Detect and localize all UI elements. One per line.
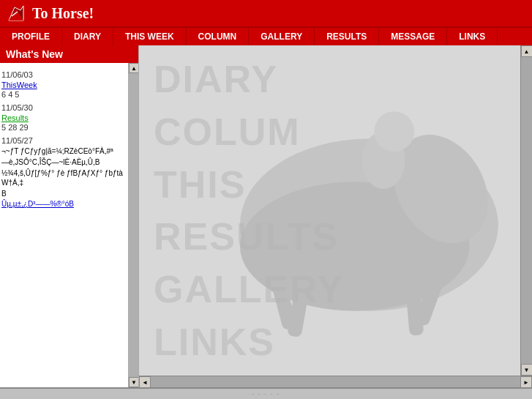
- main-content: DIARY COLUM THIS RESULTS GALLERY LINKS: [139, 45, 520, 376]
- news-link-2[interactable]: Results: [1, 113, 127, 122]
- navbar: PROFILE DIARY THIS WEEK COLUMN GALLERY R…: [0, 26, 532, 45]
- header: To Horse!: [0, 0, 532, 26]
- scroll-down-button[interactable]: ▼: [521, 364, 533, 376]
- scroll-right-button[interactable]: ►: [520, 376, 532, 387]
- watermark-links: LINKS: [154, 320, 506, 364]
- news-encoded-2: —è,JSÔ°C,ÎŠÇ—~lÈ·AÈµ,Û,B: [1, 157, 127, 167]
- sidebar-scroll-up[interactable]: ▲: [129, 63, 138, 73]
- site-title: To Horse!: [32, 5, 94, 22]
- sidebar-scroll[interactable]: 11/06/03 ThisWeek 6 4 5 11/05/30 Results…: [0, 63, 128, 387]
- news-text-1: 6 4 5: [1, 90, 127, 99]
- statusbar-dots: · · · · ·: [252, 391, 280, 398]
- nav-column[interactable]: COLUMN: [187, 28, 250, 45]
- watermark-this: THIS: [154, 163, 506, 206]
- news-encoded-3: ½¾4,š,Ûƒ[ƒ%ƒ° ƒè ƒfBƒAƒXƒ° ƒbƒtàW†Á,‡: [1, 168, 127, 187]
- nav-diary[interactable]: DIARY: [62, 28, 113, 45]
- watermark-gallery: GALLERY: [154, 267, 506, 311]
- nav-profile[interactable]: PROFILE: [0, 28, 62, 45]
- watermark-overlay: DIARY COLUM THIS RESULTS GALLERY LINKS: [139, 45, 520, 376]
- nav-message[interactable]: MESSAGE: [379, 28, 447, 45]
- bottom-scrollbar: ◄ ►: [139, 376, 532, 387]
- nav-thisweek[interactable]: THIS WEEK: [113, 28, 187, 45]
- news-text-2: 5 28 29: [1, 123, 127, 132]
- watermark-column: COLUM: [154, 110, 506, 154]
- news-encoded-1: ¬~ƒT ƒCƒyƒg|ã=¼;RZèCEò°FÀ,#ª: [1, 146, 127, 156]
- sidebar-scroll-down[interactable]: ▼: [129, 377, 138, 387]
- nav-links[interactable]: LINKS: [447, 28, 498, 45]
- watermark-diary: DIARY: [154, 57, 506, 101]
- scroll-up-button[interactable]: ▲: [521, 45, 533, 57]
- watermark-results: RESULTS: [154, 215, 506, 258]
- statusbar: · · · · ·: [0, 387, 532, 399]
- news-date-2: 11/05/30: [1, 103, 127, 112]
- right-scrollbar: ▲ ▼: [520, 45, 532, 376]
- sidebar-title: What's New: [0, 45, 138, 63]
- right-scroll-track[interactable]: [521, 57, 533, 364]
- sidebar: What's New 11/06/03 ThisWeek 6 4 5 11/05…: [0, 45, 139, 387]
- nav-gallery[interactable]: GALLERY: [249, 28, 315, 45]
- news-encoded-link[interactable]: Ûµ,µ±,¿D³——%®°óB: [1, 200, 74, 208]
- news-date-3: 11/05/27: [1, 136, 127, 145]
- news-encoded-4: B: [1, 189, 127, 198]
- bottom-scroll-track[interactable]: [151, 376, 520, 387]
- horse-logo-icon: [6, 3, 26, 23]
- main-inner: DIARY COLUM THIS RESULTS GALLERY LINKS ▲…: [139, 45, 532, 376]
- scroll-left-button[interactable]: ◄: [139, 376, 151, 387]
- nav-results[interactable]: RESULTS: [315, 28, 379, 45]
- middle-row: What's New 11/06/03 ThisWeek 6 4 5 11/05…: [0, 45, 532, 387]
- news-date-1: 11/06/03: [1, 70, 127, 79]
- news-link-1[interactable]: ThisWeek: [1, 81, 127, 89]
- app-window: To Horse! PROFILE DIARY THIS WEEK COLUMN…: [0, 0, 532, 399]
- main-area: DIARY COLUM THIS RESULTS GALLERY LINKS ▲…: [139, 45, 532, 387]
